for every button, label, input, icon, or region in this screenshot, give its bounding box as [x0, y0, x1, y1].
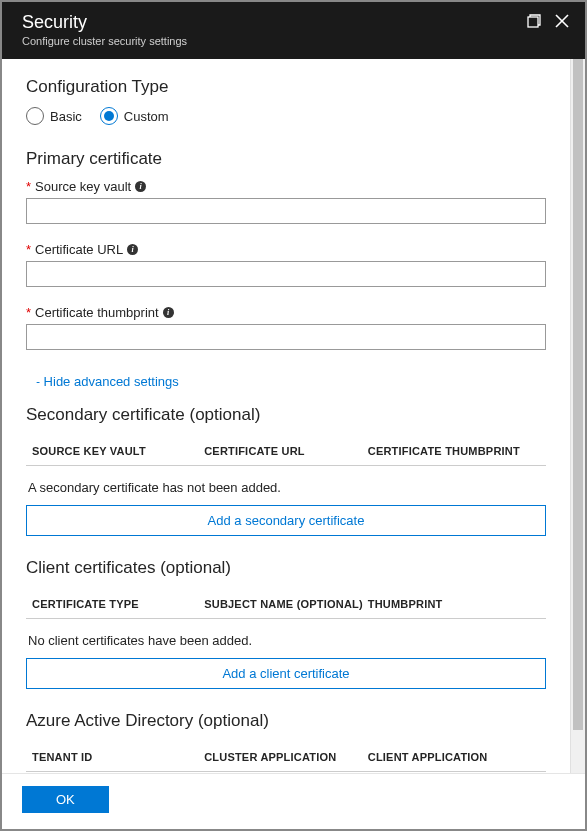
- close-icon[interactable]: [555, 14, 569, 28]
- aad-col-cluster: CLUSTER APPLICATION: [204, 751, 368, 763]
- scrollbar-track[interactable]: [570, 59, 585, 773]
- aad-col-client: CLIENT APPLICATION: [368, 751, 540, 763]
- add-secondary-cert-button[interactable]: Add a secondary certificate: [26, 505, 546, 536]
- source-key-vault-input[interactable]: [26, 198, 546, 224]
- scrollbar-thumb[interactable]: [573, 59, 583, 730]
- radio-custom-label: Custom: [124, 109, 169, 124]
- blade-subtitle: Configure cluster security settings: [22, 35, 187, 47]
- aad-col-tenant: TENANT ID: [32, 751, 204, 763]
- secondary-col-url: CERTIFICATE URL: [204, 445, 368, 457]
- required-star: *: [26, 242, 31, 257]
- info-icon[interactable]: i: [127, 244, 138, 255]
- required-star: *: [26, 179, 31, 194]
- radio-custom[interactable]: Custom: [100, 107, 169, 125]
- security-blade: Security Configure cluster security sett…: [0, 0, 587, 831]
- radio-basic-label: Basic: [50, 109, 82, 124]
- aad-table-header: TENANT ID CLUSTER APPLICATION CLIENT APP…: [26, 743, 546, 772]
- certificate-thumbprint-label: Certificate thumbprint: [35, 305, 159, 320]
- content-area: Configuration Type Basic Custom Primary …: [2, 59, 570, 773]
- client-certs-table-header: CERTIFICATE TYPE SUBJECT NAME (OPTIONAL)…: [26, 590, 546, 619]
- radio-custom-circle: [100, 107, 118, 125]
- header-actions: [527, 12, 569, 28]
- primary-cert-heading: Primary certificate: [26, 149, 546, 169]
- client-certs-heading: Client certificates (optional): [26, 558, 546, 578]
- radio-basic[interactable]: Basic: [26, 107, 82, 125]
- client-col-subject: SUBJECT NAME (OPTIONAL): [204, 598, 368, 610]
- certificate-url-label-row: * Certificate URL i: [26, 242, 546, 257]
- add-client-cert-button[interactable]: Add a client certificate: [26, 658, 546, 689]
- source-key-vault-label-row: * Source key vault i: [26, 179, 546, 194]
- content-wrapper: Configuration Type Basic Custom Primary …: [2, 59, 585, 773]
- blade-header: Security Configure cluster security sett…: [2, 2, 585, 59]
- ok-button[interactable]: OK: [22, 786, 109, 813]
- certificate-thumbprint-input[interactable]: [26, 324, 546, 350]
- certificate-url-field: * Certificate URL i: [26, 242, 546, 287]
- client-certs-empty: No client certificates have been added.: [26, 619, 546, 658]
- certificate-url-label: Certificate URL: [35, 242, 123, 257]
- source-key-vault-field: * Source key vault i: [26, 179, 546, 224]
- secondary-col-thumb: CERTIFICATE THUMBPRINT: [368, 445, 540, 457]
- secondary-cert-table-header: SOURCE KEY VAULT CERTIFICATE URL CERTIFI…: [26, 437, 546, 466]
- certificate-thumbprint-field: * Certificate thumbprint i: [26, 305, 546, 350]
- info-icon[interactable]: i: [135, 181, 146, 192]
- header-titles: Security Configure cluster security sett…: [22, 12, 187, 47]
- hide-advanced-link[interactable]: ˗ Hide advanced settings: [36, 374, 179, 389]
- svg-rect-0: [528, 17, 538, 27]
- aad-heading: Azure Active Directory (optional): [26, 711, 546, 731]
- secondary-cert-empty: A secondary certificate has not been add…: [26, 466, 546, 505]
- radio-basic-circle: [26, 107, 44, 125]
- certificate-url-input[interactable]: [26, 261, 546, 287]
- secondary-col-source: SOURCE KEY VAULT: [32, 445, 204, 457]
- client-col-thumb: THUMBPRINT: [368, 598, 540, 610]
- client-col-type: CERTIFICATE TYPE: [32, 598, 204, 610]
- source-key-vault-label: Source key vault: [35, 179, 131, 194]
- restore-icon[interactable]: [527, 14, 541, 28]
- aad-empty: An Azure Active Directory has not been a…: [26, 772, 546, 773]
- info-icon[interactable]: i: [163, 307, 174, 318]
- radio-custom-dot: [104, 111, 114, 121]
- secondary-cert-heading: Secondary certificate (optional): [26, 405, 546, 425]
- blade-footer: OK: [2, 773, 585, 829]
- config-type-heading: Configuration Type: [26, 77, 546, 97]
- required-star: *: [26, 305, 31, 320]
- config-type-radios: Basic Custom: [26, 107, 546, 125]
- blade-title: Security: [22, 12, 187, 33]
- certificate-thumbprint-label-row: * Certificate thumbprint i: [26, 305, 546, 320]
